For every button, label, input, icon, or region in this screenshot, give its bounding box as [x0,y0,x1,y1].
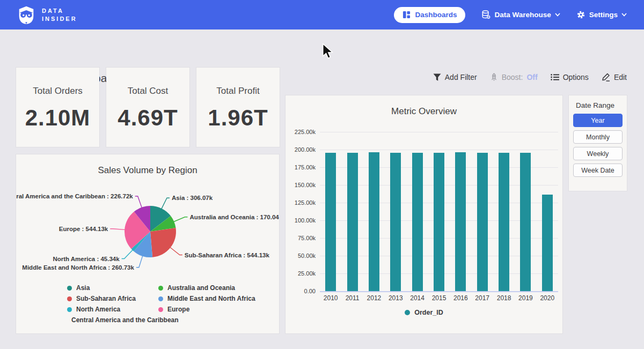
x-axis-label: 2020 [537,294,558,302]
x-axis-label: 2014 [406,294,428,302]
x-axis-label: 2015 [428,294,450,302]
legend-item-central-america-and-the-caribbean[interactable]: Central America and the Caribbean [67,316,158,324]
boost-toggle[interactable]: Boost: Off [490,73,538,81]
y-axis-tick: 225.00k [286,129,316,135]
x-axis-label: 2016 [450,294,471,302]
legend-dot [67,286,72,291]
bar-2018[interactable] [499,153,509,291]
bar-2020[interactable] [542,195,553,291]
legend-dot [405,310,410,315]
date-range-weekly[interactable]: Weekly [573,147,623,160]
date-range-monthly[interactable]: Monthly [573,130,623,144]
top-navbar: DATA INSIDER Dashboards [0,0,644,29]
y-axis-tick: 25.00k [286,270,316,277]
bar-chart-title: Metric Overview [286,106,562,117]
legend-label: Order_ID [414,309,443,316]
chevron-down-icon [555,13,560,17]
pie-slice-label: Middle East and North Africa : 260.73k [22,264,134,271]
pie-slice-label: North America : 45.34k [53,256,120,262]
pie-chart: Asia : 306.07kAustralia and Oceania : 17… [16,169,279,282]
y-axis-tick: 50.00k [286,253,316,259]
kpi-card-total-cost: Total Cost 4.69T [106,68,189,147]
bar-2012[interactable] [369,152,379,292]
pie-label-line [135,196,142,209]
x-axis-label: 2019 [515,294,536,302]
date-range-button-group: YearMonthlyWeeklyWeek Date [569,114,627,177]
bar-2017[interactable] [477,153,488,291]
x-axis-label: 2010 [320,294,341,302]
options-list-icon [551,73,559,81]
rocket-icon [490,73,498,81]
kpi-label: Total Cost [106,86,189,96]
x-axis-line [320,291,558,292]
kpi-value: 1.96T [196,105,280,131]
pie-chart-legend: AsiaAustralia and OceaniaSub-Saharan Afr… [67,284,255,324]
x-axis-label: 2017 [472,294,493,302]
chevron-down-icon [621,13,627,17]
bars-row [320,132,558,291]
bar-2011[interactable] [347,153,358,291]
pie-slice-sub-saharan-africa[interactable] [150,228,176,257]
pie-label-line [161,198,170,210]
dashboards-label: Dashboards [415,11,457,19]
y-axis-tick: 100.00k [286,217,316,224]
legend-item-middle-east-and-north-africa[interactable]: Middle East and North Africa [158,295,255,302]
page-header: Sales Dashboard Add Filter Boost: Off [0,29,644,64]
legend-label: Central America and the Caribbean [71,316,179,324]
kpi-value: 2.10M [16,105,99,131]
data-warehouse-label: Data Warehouse [494,11,551,19]
boost-label: Boost: [502,73,523,81]
options-button[interactable]: Options [551,73,589,81]
edit-button[interactable]: Edit [602,73,627,81]
add-filter-button[interactable]: Add Filter [433,73,477,81]
bar-2013[interactable] [390,153,401,291]
kpi-label: Total Profit [196,86,280,96]
bar-2014[interactable] [412,153,423,291]
date-range-week-date[interactable]: Week Date [573,164,623,177]
legend-item-north-america[interactable]: North America [67,306,158,313]
legend-label: Middle East and North Africa [167,295,255,302]
legend-dot [67,307,72,312]
x-axis-label: 2013 [385,294,406,302]
database-icon [481,10,491,19]
y-axis-tick: 200.00k [286,146,316,153]
pie-slice-label: Australia and Oceania : 170.04k [190,214,280,220]
legend-item-asia[interactable]: Asia [67,284,158,292]
y-axis-tick: 150.00k [286,182,316,188]
date-range-panel: Date Range YearMonthlyWeeklyWeek Date [569,95,627,191]
legend-dot [67,296,72,301]
legend-dot [158,307,163,312]
y-axis-tick: 0.00 [286,288,316,294]
dashboards-button[interactable]: Dashboards [394,7,465,23]
bar-2016[interactable] [455,152,466,291]
bar-2015[interactable] [434,153,444,291]
boost-state: Off [526,73,537,81]
pie-label-line [122,249,134,259]
data-warehouse-menu[interactable]: Data Warehouse [481,10,560,19]
pie-label-line [110,229,126,230]
bar-2019[interactable] [520,153,531,291]
bar-chart-plot: 0.0025.00k50.00k75.00k100.00k125.00k150.… [286,132,562,293]
y-axis-tick: 125.00k [286,199,316,206]
legend-dot [158,296,163,301]
legend-item-australia-and-oceania[interactable]: Australia and Oceania [158,284,255,292]
pie-slice-label: Asia : 306.07k [172,195,213,201]
x-axis-label: 2011 [341,294,363,302]
kpi-card-total-profit: Total Profit 1.96T [196,68,280,147]
owl-logo-icon [16,5,36,25]
pie-label-line [169,247,182,255]
settings-menu[interactable]: Settings [576,10,627,19]
legend-item-europe[interactable]: Europe [158,306,255,313]
pie-label-line [173,217,188,222]
date-range-year[interactable]: Year [573,114,623,127]
dashboards-grid-icon [402,11,411,19]
bar-2010[interactable] [325,153,336,291]
y-axis-tick: 175.00k [286,164,316,170]
pie-slice-label: Europe : 544.13k [59,226,108,232]
pie-slice-label: Sub-Saharan Africa : 544.13k [185,252,270,258]
sales-volume-panel: Sales Volume by Region Asia : 306.07kAus… [16,154,279,333]
legend-item-sub-saharan-africa[interactable]: Sub-Saharan Africa [67,295,158,302]
brand-logo[interactable]: DATA INSIDER [16,5,77,25]
legend-label: Europe [167,306,189,313]
legend-label: Australia and Oceania [167,284,235,292]
